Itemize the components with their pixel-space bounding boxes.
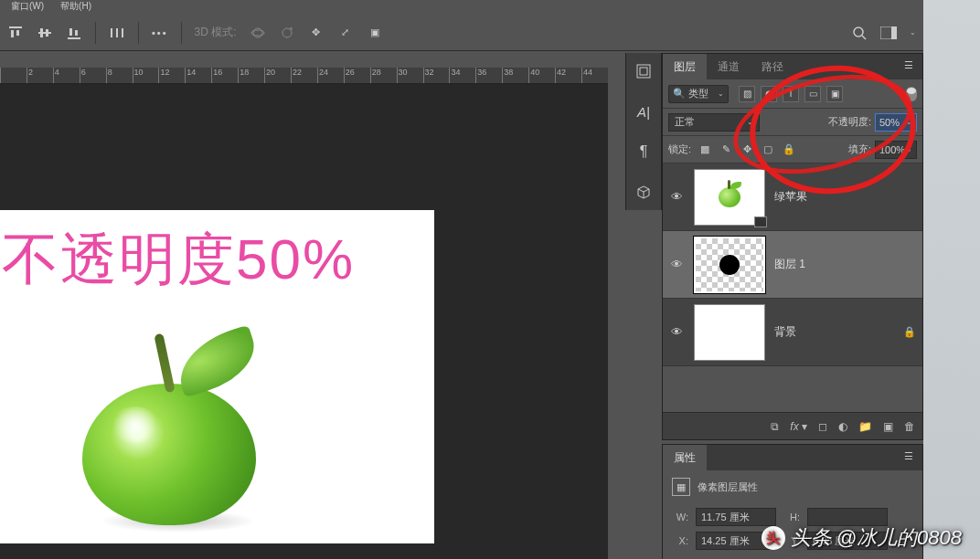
- character-icon[interactable]: A|: [633, 102, 655, 121]
- align-vcenter-icon[interactable]: [37, 25, 53, 41]
- canvas-text: 不透明度50%: [2, 221, 355, 298]
- history-icon[interactable]: [633, 62, 655, 80]
- mode-3d-label: 3D 模式:: [195, 25, 237, 40]
- fill-input[interactable]: 100% ⌄: [875, 141, 917, 159]
- filter-adjust-icon[interactable]: ◐: [761, 86, 777, 102]
- filter-toggle[interactable]: [906, 87, 917, 101]
- height-label: H:: [783, 512, 800, 522]
- opacity-input[interactable]: 50% ⌄: [875, 113, 917, 132]
- layer-list: 👁 绿苹果 👁 图层 1 👁 背景 🔒: [663, 163, 922, 366]
- y-label: Y:: [783, 535, 800, 546]
- collapsed-panel-dock: A| ¶: [625, 53, 662, 210]
- lock-row: 锁定: ▩ ✎ ✥ ▢ 🔒 填充: 100% ⌄: [663, 136, 922, 163]
- lock-position-icon[interactable]: ✥: [739, 142, 755, 158]
- properties-title: 像素图层属性: [698, 480, 758, 494]
- slide-icon[interactable]: ⤢: [337, 25, 354, 41]
- rotate-icon[interactable]: [279, 25, 295, 41]
- height-input[interactable]: [807, 508, 888, 526]
- mask-icon[interactable]: ◻: [818, 420, 827, 433]
- svg-rect-8: [75, 30, 78, 36]
- paragraph-icon[interactable]: ¶: [633, 142, 655, 161]
- layer-name[interactable]: 绿苹果: [774, 189, 807, 205]
- fx-icon[interactable]: fx ▾: [790, 420, 807, 433]
- filter-shape-icon[interactable]: ▭: [804, 86, 821, 102]
- layer-name[interactable]: 图层 1: [774, 257, 805, 272]
- filter-smart-icon[interactable]: ▣: [826, 86, 843, 102]
- visibility-icon[interactable]: 👁: [668, 325, 685, 339]
- x-input[interactable]: 14.25 厘米: [696, 532, 776, 550]
- panel-tabs: 图层 通道 路径 ☰: [663, 54, 922, 79]
- apple-image: [73, 320, 274, 530]
- delete-layer-icon[interactable]: 🗑: [904, 420, 915, 433]
- svg-rect-5: [46, 29, 48, 37]
- width-input[interactable]: 11.75 厘米: [696, 508, 776, 526]
- layer-thumbnail[interactable]: [694, 304, 765, 361]
- filter-pixel-icon[interactable]: ▧: [739, 86, 755, 102]
- svg-rect-1: [11, 30, 14, 37]
- align-bottom-icon[interactable]: [66, 25, 82, 41]
- pixel-layer-icon: ▦: [672, 478, 690, 496]
- lock-all-icon[interactable]: 🔒: [781, 142, 797, 158]
- svg-point-15: [854, 27, 863, 37]
- divider: [138, 22, 139, 44]
- fill-label[interactable]: 填充:: [848, 142, 871, 156]
- panel-menu-icon[interactable]: ☰: [895, 54, 922, 79]
- link-layers-icon[interactable]: ⧉: [771, 420, 779, 433]
- chevron-down-icon: ⌄: [747, 118, 753, 126]
- x-label: X:: [672, 535, 688, 546]
- lock-pixels-icon[interactable]: ✎: [718, 142, 734, 158]
- tab-properties[interactable]: 属性: [663, 445, 707, 470]
- tab-channels[interactable]: 通道: [707, 54, 751, 79]
- chevron-down-icon: ⌄: [718, 90, 724, 98]
- svg-rect-19: [637, 65, 650, 78]
- distribute-h-icon[interactable]: [109, 25, 125, 41]
- svg-rect-20: [640, 68, 647, 75]
- svg-rect-0: [9, 26, 22, 28]
- layer-row[interactable]: 👁 背景 🔒: [663, 299, 922, 366]
- svg-rect-11: [122, 28, 123, 37]
- y-input[interactable]: 6.03 厘米: [807, 532, 888, 550]
- options-bar: ••• 3D 模式: ✥ ⤢ ▣ ⌄: [0, 15, 923, 51]
- workspace-icon[interactable]: [880, 25, 897, 41]
- more-options-icon[interactable]: •••: [152, 27, 168, 38]
- filter-type-icon[interactable]: T: [783, 86, 799, 102]
- svg-line-16: [862, 36, 866, 39]
- panel-menu-icon[interactable]: ☰: [895, 445, 922, 470]
- 3d-icon[interactable]: [633, 183, 655, 201]
- layers-panel: 图层 通道 路径 ☰ 🔍 类型 ⌄ ▧ ◐ T ▭ ▣ 正常 ⌄ 不透明度: 5…: [662, 53, 923, 440]
- camera-icon[interactable]: ▣: [367, 25, 383, 41]
- lock-icon: 🔒: [902, 326, 917, 338]
- menu-help[interactable]: 帮助(H): [59, 0, 93, 9]
- layer-row[interactable]: 👁 绿苹果: [663, 163, 922, 231]
- new-layer-icon[interactable]: ▣: [883, 420, 893, 433]
- group-icon[interactable]: 📁: [858, 420, 872, 433]
- lock-artboard-icon[interactable]: ▢: [760, 142, 776, 158]
- svg-rect-6: [68, 37, 80, 39]
- blend-mode-select[interactable]: 正常 ⌄: [668, 113, 760, 132]
- width-label: W:: [672, 512, 688, 522]
- lock-transparency-icon[interactable]: ▩: [697, 142, 713, 158]
- layer-name[interactable]: 背景: [774, 324, 796, 340]
- visibility-icon[interactable]: 👁: [668, 190, 685, 204]
- layer-filter-row: 🔍 类型 ⌄ ▧ ◐ T ▭ ▣: [663, 79, 922, 109]
- tab-layers[interactable]: 图层: [663, 54, 707, 79]
- lock-label: 锁定:: [668, 142, 691, 156]
- align-top-icon[interactable]: [7, 25, 24, 41]
- layer-row[interactable]: 👁 图层 1: [663, 231, 922, 299]
- layers-footer: ⧉ fx ▾ ◻ ◐ 📁 ▣ 🗑: [663, 412, 922, 439]
- search-icon[interactable]: [851, 25, 868, 41]
- pan-icon[interactable]: ✥: [308, 25, 325, 41]
- filter-kind-select[interactable]: 🔍 类型 ⌄: [668, 85, 729, 103]
- orbit-icon[interactable]: [250, 25, 266, 41]
- adjustment-icon[interactable]: ◐: [838, 420, 847, 433]
- menu-window[interactable]: 窗口(W): [9, 0, 46, 9]
- canvas-area[interactable]: 不透明度50%: [0, 84, 608, 559]
- visibility-icon[interactable]: 👁: [668, 258, 685, 271]
- chevron-down-icon: ⌄: [906, 145, 912, 153]
- search-icon: 🔍: [673, 88, 686, 100]
- divider: [181, 22, 182, 44]
- opacity-label[interactable]: 不透明度:: [828, 115, 871, 129]
- chevron-down-icon[interactable]: ⌄: [910, 28, 916, 37]
- layer-thumbnail[interactable]: [694, 237, 765, 293]
- tab-paths[interactable]: 路径: [751, 54, 794, 79]
